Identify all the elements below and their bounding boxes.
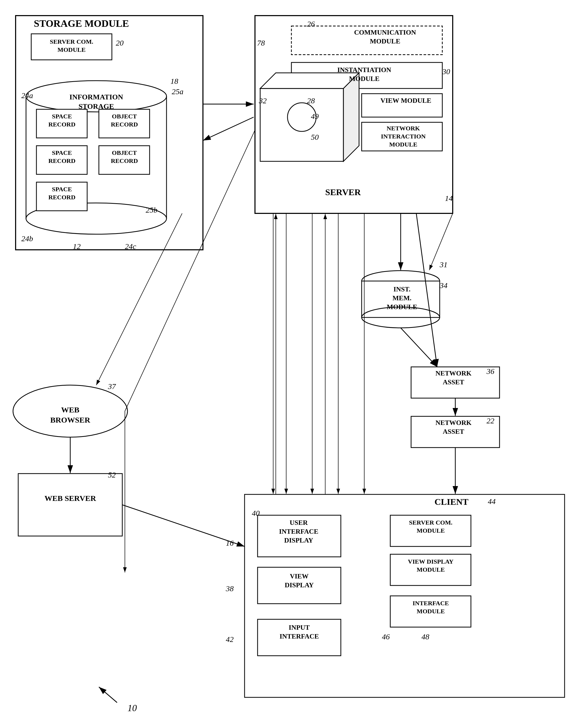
num-42: 42: [226, 635, 234, 644]
client-title: CLIENT: [435, 497, 468, 507]
view-display-module-label: VIEW DISPLAYMODULE: [392, 558, 469, 574]
figure-number: 10: [127, 703, 137, 714]
svg-marker-14: [343, 73, 359, 161]
view-module-label: VIEW MODULE: [372, 97, 440, 105]
num-46: 46: [382, 632, 390, 641]
space-record-3: SPACERECORD: [39, 185, 85, 202]
object-record-1: OBJECTRECORD: [101, 112, 148, 129]
num-25a: 25a: [172, 87, 184, 96]
num-31: 31: [440, 260, 447, 269]
num-16: 16: [226, 538, 234, 548]
num-30: 30: [442, 67, 450, 76]
network-asset-22-label: NETWORKASSET: [413, 418, 494, 436]
svg-rect-22: [18, 473, 122, 536]
num-78: 78: [257, 39, 265, 47]
space-record-1: SPACERECORD: [39, 112, 85, 129]
diagram-container: STORAGE MODULE SERVER COM.MODULE 20 INFO…: [0, 0, 588, 720]
svg-line-37: [96, 213, 182, 385]
svg-point-6: [26, 203, 167, 234]
web-browser-label: WEB BROWSER: [40, 405, 100, 425]
inst-mem-label: INST.MEM.MODULE: [372, 285, 432, 311]
num-25b: 25b: [146, 206, 158, 214]
num-28: 28: [307, 96, 315, 105]
storage-module-title: STORAGE MODULE: [34, 18, 129, 29]
num-18: 18: [170, 77, 178, 86]
server-com-module-label: SERVER COM.MODULE: [33, 38, 110, 54]
num-37: 37: [108, 382, 116, 391]
svg-line-56: [99, 687, 117, 703]
num-24a: 24a: [21, 91, 33, 100]
num-14: 14: [445, 194, 453, 203]
interface-module-label: INTERFACEMODULE: [392, 599, 469, 615]
num-52: 52: [108, 470, 116, 479]
network-interaction-label: NETWORK INTERACTIONMODULE: [365, 124, 441, 149]
client-server-com-label: SERVER COM.MODULE: [392, 518, 469, 535]
num-34: 34: [440, 281, 447, 290]
info-storage-label: INFORMATION STORAGE: [57, 92, 135, 111]
server-title: SERVER: [325, 187, 361, 197]
num-22: 22: [486, 416, 494, 425]
num-48: 48: [421, 632, 429, 641]
instantiation-module-label: INSTANTIATIONMODULE: [312, 66, 416, 83]
view-display-label: VIEWDISPLAY: [266, 572, 333, 590]
svg-line-33: [401, 328, 437, 367]
num-40: 40: [252, 509, 260, 517]
num-32: 32: [259, 96, 267, 105]
user-interface-display-label: USERINTERFACEDISPLAY: [260, 518, 338, 545]
network-asset-36-label: NETWORKASSET: [413, 369, 494, 387]
svg-line-47: [125, 130, 255, 411]
num-24c: 24c: [125, 242, 136, 251]
svg-rect-12: [260, 88, 343, 161]
num-49: 49: [311, 112, 319, 121]
num-38: 38: [226, 584, 234, 593]
num-26: 26: [307, 20, 315, 28]
web-server-label: WEB SERVER: [28, 493, 112, 503]
svg-line-31: [203, 117, 254, 141]
object-record-2: OBJECTRECORD: [101, 149, 148, 165]
num-44: 44: [488, 497, 496, 506]
comm-module-label: COMMUNICATIONMODULE: [336, 28, 435, 46]
num-12: 12: [73, 242, 81, 251]
num-20: 20: [116, 39, 124, 47]
input-interface-label: INPUTINTERFACE: [261, 623, 337, 641]
num-36: 36: [486, 367, 494, 376]
space-record-2: SPACERECORD: [39, 149, 85, 165]
num-24b: 24b: [21, 234, 33, 243]
num-50: 50: [311, 133, 319, 142]
